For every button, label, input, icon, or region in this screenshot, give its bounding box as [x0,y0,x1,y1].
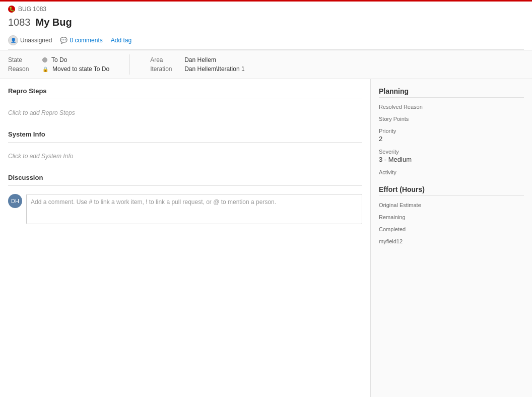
system-info-title: System Info [8,130,362,138]
area-field-group: Area Dan Hellem Iteration Dan Hellem\Ite… [150,56,244,73]
assignee-label: Unassigned [20,37,52,44]
remaining-label: Remaining [379,214,524,220]
priority-value[interactable]: 2 [379,135,524,143]
severity-label: Severity [379,149,524,155]
repro-steps-title: Repro Steps [8,87,362,95]
iteration-label: Iteration [150,65,180,73]
state-field-group: State To Do Reason 🔒 Moved to state To D… [8,56,109,73]
myfield12-label: myfield12 [379,238,524,244]
comments-count: 0 comments [70,37,102,44]
bug-label: BUG 1083 [18,6,46,13]
state-label: State [8,56,38,63]
state-value[interactable]: To Do [51,56,67,63]
discussion-section: Discussion DH Add a comment. Use # to li… [8,174,362,224]
remaining-field: Remaining [379,214,524,220]
planning-section: Planning Resolved Reason Story Points Pr… [379,87,524,175]
assignee-field[interactable]: 👤 Unassigned [8,35,52,45]
story-points-field: Story Points [379,116,524,122]
area-value[interactable]: Dan Hellem [184,56,216,63]
resolved-reason-label: Resolved Reason [379,104,524,110]
severity-value[interactable]: 3 - Medium [379,156,524,163]
priority-label: Priority [379,128,524,134]
resolved-reason-field: Resolved Reason [379,104,524,110]
priority-field: Priority 2 [379,128,524,143]
discussion-input-area: DH Add a comment. Use # to link a work i… [8,194,362,224]
myfield12-field: myfield12 [379,238,524,244]
discussion-title: Discussion [8,174,362,181]
repro-steps-section: Repro Steps Click to add Repro Steps [8,87,362,118]
planning-title: Planning [379,87,524,98]
avatar-initials: DH [11,198,19,204]
add-tag-button[interactable]: Add tag [111,37,131,44]
assignee-avatar: 👤 [8,35,18,45]
reason-label: Reason [8,65,38,73]
fields-divider [129,54,130,75]
comment-input[interactable]: Add a comment. Use # to link a work item… [26,194,362,224]
original-estimate-label: Original Estimate [379,202,524,208]
lock-icon: 🔒 [42,66,48,72]
completed-label: Completed [379,226,524,232]
comments-link[interactable]: 💬 0 comments [60,37,102,44]
system-info-placeholder[interactable]: Click to add System Info [8,151,362,162]
effort-title: Effort (Hours) [379,185,524,196]
iteration-value[interactable]: Dan Hellem\Iteration 1 [184,65,244,73]
system-info-section: System Info Click to add System Info [8,130,362,162]
story-points-label: Story Points [379,116,524,122]
completed-field: Completed [379,226,524,232]
right-panel: Planning Resolved Reason Story Points Pr… [371,79,532,397]
effort-section: Effort (Hours) Original Estimate Remaini… [379,185,524,244]
reason-value: Moved to state To Do [52,65,109,73]
comment-placeholder: Add a comment. Use # to link a work item… [31,198,276,206]
original-estimate-field: Original Estimate [379,202,524,208]
bug-icon: 🐛 [8,6,15,13]
state-dot [42,57,47,62]
work-item-id: 1083 [8,17,31,28]
left-panel: Repro Steps Click to add Repro Steps Sys… [0,79,371,397]
comment-icon: 💬 [60,37,68,44]
activity-field: Activity [379,169,524,175]
area-label: Area [150,56,180,63]
work-item-title[interactable]: My Bug [36,17,72,28]
repro-steps-placeholder[interactable]: Click to add Repro Steps [8,107,362,118]
current-user-avatar: DH [8,194,22,208]
activity-label: Activity [379,169,524,175]
severity-field: Severity 3 - Medium [379,149,524,163]
